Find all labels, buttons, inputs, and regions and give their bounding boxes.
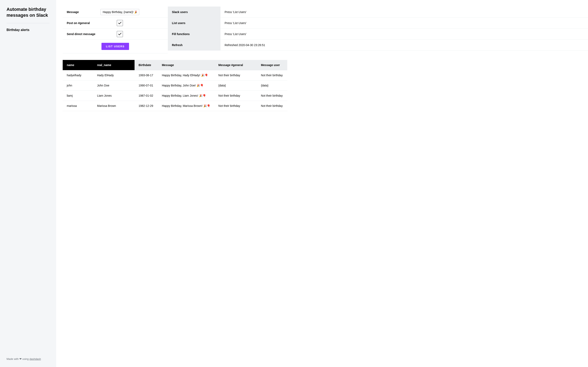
footer-link-dashdash[interactable]: dashdash (29, 358, 41, 360)
header-real-name: real_name (93, 60, 134, 70)
status-label: List users (168, 17, 221, 28)
cell-name: hadyelhady (63, 70, 93, 80)
message-input[interactable] (100, 9, 139, 15)
header-message: Message (158, 60, 214, 70)
cell-name: john (63, 80, 93, 91)
sidebar-item-birthday-alerts[interactable]: Birthday alerts (7, 28, 50, 32)
cell-real-name: Marissa Brown (93, 101, 134, 111)
status-value: Refreshed 2020-04-30 23:26:51 (221, 43, 269, 47)
cell-real-name: John Doe (93, 80, 134, 91)
sidebar-divider (7, 23, 50, 23)
table-row: hadyelhady Hady ElHady 1993-08-17 Happy … (63, 70, 287, 80)
status-row-refresh: Refresh Refreshed 2020-04-30 23:26:51 (168, 40, 588, 50)
status-row-slack-users: Slack users Press 'List Users' (168, 7, 588, 17)
check-icon (118, 21, 122, 25)
cell-birthdate: 1987-01-02 (135, 91, 158, 101)
check-icon (118, 32, 122, 36)
table-row: john John Doe 1990-07-01 Happy Birthday,… (63, 80, 287, 91)
cell-message-user: Not their birthday (257, 91, 287, 101)
cell-message: Happy Birthday, John Doe! 🎉🎈 (158, 80, 214, 91)
cell-message-user: {data} (257, 80, 287, 91)
header-birthdate: Birthdate (135, 60, 158, 70)
users-table: name real_name Birthdate Message Message… (63, 60, 287, 111)
cell-birthdate: 1982-12-29 (135, 101, 158, 111)
cell-birthdate: 1990-07-01 (135, 80, 158, 91)
cell-real-name: Hady ElHady (93, 70, 134, 80)
status-value: Press 'List Users' (221, 21, 251, 25)
sidebar-footer: Made with ❤ using dashdash (7, 358, 50, 360)
send-dm-label: Send direct message (67, 33, 100, 36)
cell-real-name: Liam Jones (93, 91, 134, 101)
list-users-button[interactable]: LIST USERS (102, 43, 129, 50)
control-row-send-dm: Send direct message (63, 29, 168, 40)
app-title: Automate birthday messages on Slack (7, 7, 50, 18)
cell-message: Happy Birthday, Hady ElHady! 🎉🎈 (158, 70, 214, 80)
control-row-message: Message (63, 7, 168, 17)
table-row: marissa Marissa Brown 1982-12-29 Happy B… (63, 101, 287, 111)
status-label: Refresh (168, 40, 221, 50)
cell-message-user: Not their birthday (257, 70, 287, 80)
send-dm-checkbox[interactable] (117, 31, 123, 37)
status-value: Press 'List Users' (221, 10, 251, 14)
table-header-row: name real_name Birthdate Message Message… (63, 60, 287, 70)
message-label: Message (67, 10, 100, 14)
status-panel: Slack users Press 'List Users' List user… (168, 7, 588, 53)
button-row: LIST USERS (63, 40, 168, 53)
cell-message-general: Not their birthday (214, 70, 257, 80)
table-row: liamj Liam Jones 1987-01-02 Happy Birthd… (63, 91, 287, 101)
status-label: Fill functions (168, 29, 221, 39)
status-row-list-users: List users Press 'List Users' (168, 17, 588, 29)
header-message-user: Message user (257, 60, 287, 70)
cell-message: Happy Birthday, Marissa Brown! 🎉🎈 (158, 101, 214, 111)
status-value: Press 'List Users' (221, 33, 251, 36)
cell-message-general: {data} (214, 80, 257, 91)
post-general-checkbox[interactable] (117, 20, 123, 26)
cell-message-general: Not their birthday (214, 101, 257, 111)
main-content: Message Post on #general Send direct mes… (56, 0, 588, 367)
control-row-post-general: Post on #general (63, 17, 168, 29)
cell-birthdate: 1993-08-17 (135, 70, 158, 80)
cell-message: Happy Birthday, Liam Jones! 🎉🎈 (158, 91, 214, 101)
cell-name: marissa (63, 101, 93, 111)
controls-panel: Message Post on #general Send direct mes… (63, 7, 168, 53)
cell-message-user: Not their birthday (257, 101, 287, 111)
cell-name: liamj (63, 91, 93, 101)
heart-icon: ❤ (19, 358, 22, 360)
header-name: name (63, 60, 93, 70)
cell-message-general: Not their birthday (214, 91, 257, 101)
footer-mid: using (22, 358, 29, 360)
footer-prefix: Made with (7, 358, 19, 360)
post-general-label: Post on #general (67, 21, 100, 25)
status-label: Slack users (168, 7, 221, 17)
status-row-fill-functions: Fill functions Press 'List Users' (168, 29, 588, 40)
header-message-general: Message #general (214, 60, 257, 70)
sidebar: Automate birthday messages on Slack Birt… (0, 0, 56, 367)
table-wrapper[interactable]: name real_name Birthdate Message Message… (63, 60, 588, 111)
